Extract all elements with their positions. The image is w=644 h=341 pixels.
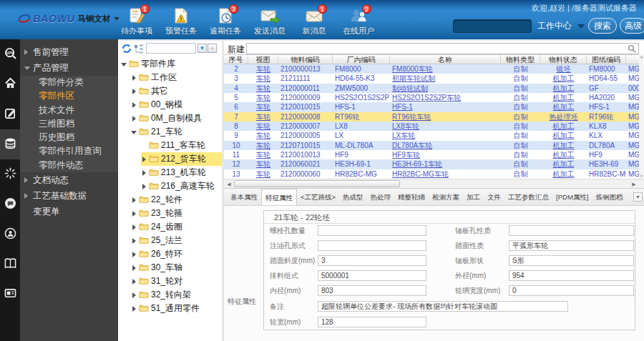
tree-node-21_车轮[interactable]: 21_车轮 bbox=[118, 125, 222, 139]
tree-expander-icon[interactable] bbox=[131, 207, 138, 220]
field-input-轮辋宽度(mm)[interactable]: 0 bbox=[509, 285, 634, 296]
tree-add-button[interactable]: + bbox=[208, 44, 217, 53]
tab-特征属性[interactable]: 特征属性 bbox=[261, 189, 297, 205]
warning-task-button[interactable]: 预警任务 bbox=[159, 6, 203, 36]
cell-视图[interactable]: 车轮 bbox=[248, 64, 278, 74]
rail-sipm-button[interactable]: SIPM bbox=[0, 39, 20, 69]
rail-database-button[interactable] bbox=[0, 129, 20, 159]
cell-名称[interactable]: HE3H-69-1车轮 bbox=[390, 159, 501, 169]
menu-item-零部件区[interactable]: 零部件区 bbox=[20, 89, 118, 103]
refresh-icon[interactable] bbox=[122, 44, 132, 54]
cell-名称[interactable]: LX车轮 bbox=[390, 131, 501, 140]
table-row[interactable]: 10车轮2120710015ML-DL780ADL780A车轮自制机加工DL78… bbox=[224, 141, 639, 150]
table-row[interactable]: 8车轮2120000007LX8LX8车轮自制机加工KLX8MG-LX bbox=[224, 122, 639, 131]
tree-expander-icon[interactable] bbox=[141, 152, 148, 166]
send-message-button[interactable]: 发送消息 bbox=[248, 6, 292, 36]
cell-物料状态[interactable]: 机加工 bbox=[540, 74, 587, 83]
tree-search-go-button[interactable]: ▼ bbox=[197, 44, 207, 53]
menu-group-工艺基础数据[interactable]: 工艺基础数据 bbox=[20, 188, 118, 204]
column-header-图纸编码[interactable]: 图纸编码 bbox=[587, 55, 626, 64]
menu-group-变更单[interactable]: 变更单 bbox=[20, 204, 118, 219]
column-header-物料编码[interactable]: 物料编码 bbox=[278, 55, 333, 64]
menu-group-文档动态[interactable]: 文档动态 bbox=[20, 172, 118, 188]
field-input-辐板形状[interactable]: S形 bbox=[509, 255, 634, 266]
rail-edit-button[interactable] bbox=[0, 99, 20, 129]
cell-视图[interactable]: 车轮 bbox=[248, 131, 278, 140]
tree-expander-icon[interactable] bbox=[131, 261, 138, 275]
cell-物料状态[interactable]: 机加工 bbox=[540, 102, 587, 112]
tree-node-其它[interactable]: 其它 bbox=[118, 84, 222, 98]
column-header-图号[interactable]: 图号 bbox=[626, 55, 639, 64]
tab-加工[interactable]: 加工 bbox=[463, 189, 484, 205]
cell-物料状态[interactable]: 热处理坯 bbox=[540, 112, 587, 122]
rail-book-button[interactable] bbox=[0, 249, 20, 280]
rail-monitor-button[interactable] bbox=[0, 280, 20, 310]
tree-expander-icon[interactable] bbox=[131, 112, 138, 125]
search-button[interactable]: 搜索 bbox=[588, 18, 617, 34]
cell-视图[interactable]: 车轮 bbox=[248, 169, 278, 179]
cell-名称[interactable]: LX8车轮 bbox=[390, 122, 501, 131]
cell-名称[interactable]: HF9车轮 bbox=[390, 150, 501, 159]
tab-<工艺路线>[interactable]: <工艺路线> bbox=[297, 189, 339, 205]
table-row[interactable]: 3车轮21211111HD64-55-K3初期车轮试制自制机加工HD64-55M… bbox=[224, 74, 639, 83]
more-tabs-button[interactable]: ▾ bbox=[633, 192, 643, 202]
scroll-right-icon[interactable]: ▶ bbox=[630, 180, 638, 188]
overdue-task-button[interactable]: 3逾期任务 bbox=[203, 6, 248, 36]
tab-热成型[interactable]: 热成型 bbox=[339, 189, 367, 205]
tree-node-212_货车轮[interactable]: 212_货车轮 bbox=[118, 152, 222, 166]
cell-视图[interactable]: 车轮 bbox=[248, 74, 278, 83]
tree-node-工作区[interactable]: 工作区 bbox=[118, 71, 222, 84]
column-header-名称[interactable]: 名称 bbox=[390, 55, 501, 64]
table-row[interactable]: 12车轮2120060021HE3H-69-1HE3H-69-1车轮自制机加工H… bbox=[224, 159, 639, 169]
cell-名称[interactable]: HR82BC-MG车轮 bbox=[390, 169, 501, 179]
cell-视图[interactable]: 车轮 bbox=[248, 93, 278, 102]
tab-基本属性[interactable]: 基本属性 bbox=[227, 189, 261, 205]
cell-视图[interactable]: 车轮 bbox=[248, 159, 278, 169]
tab-[PDM属性][interactable]: [PDM属性] bbox=[552, 189, 592, 205]
search-icon[interactable] bbox=[628, 44, 636, 53]
cell-名称[interactable]: FM8000车轮 bbox=[390, 64, 501, 74]
column-header-厂内编码[interactable]: 厂内编码 bbox=[333, 55, 390, 64]
field-input-踏面斜度(mm)[interactable]: 3 bbox=[318, 255, 426, 266]
rail-chat-button[interactable] bbox=[0, 189, 20, 219]
tree-expander-icon[interactable] bbox=[131, 234, 138, 247]
tab-文件[interactable]: 文件 bbox=[484, 189, 504, 205]
online-users-button[interactable]: 2在线用户 bbox=[336, 6, 381, 36]
tree-expander-icon[interactable] bbox=[131, 84, 138, 98]
cell-视图[interactable]: 车轮 bbox=[248, 112, 278, 122]
tree-expander-icon[interactable] bbox=[131, 125, 138, 139]
cell-名称[interactable]: HS2S2O1S2S2P车轮 bbox=[390, 93, 501, 102]
tab-炼钢图档[interactable]: 炼钢图档 bbox=[592, 189, 627, 205]
todo-button[interactable]: 1待办事项 bbox=[114, 6, 159, 36]
cell-名称[interactable]: HFS-1 bbox=[390, 102, 501, 112]
hscroll-thumb[interactable] bbox=[234, 180, 400, 187]
tree-expander-icon[interactable] bbox=[131, 220, 138, 234]
tree-node-23_轮箍[interactable]: 23_轮箍 bbox=[118, 207, 222, 220]
tree-expander-icon[interactable] bbox=[131, 247, 138, 261]
tree-node-24_齿圈[interactable]: 24_齿圈 bbox=[118, 220, 222, 234]
cell-视图[interactable]: 车轮 bbox=[248, 150, 278, 159]
tab-检测方案[interactable]: 检测方案 bbox=[429, 189, 463, 205]
tree-node-51_通用零件[interactable]: 51_通用零件 bbox=[118, 302, 222, 315]
table-row[interactable]: 4车轮2120000011ZMW5000制动轮试制自制机加工GF0000 bbox=[224, 84, 639, 93]
rail-support-button[interactable] bbox=[0, 219, 20, 249]
scroll-left-icon[interactable]: ◀ bbox=[225, 180, 233, 188]
field-input-外径(mm)[interactable]: 954 bbox=[509, 270, 634, 281]
cell-物料状态[interactable]: 锻坯 bbox=[540, 64, 587, 74]
tab-精整轮辋[interactable]: 精整轮辋 bbox=[394, 189, 429, 205]
rail-home-button[interactable] bbox=[0, 69, 20, 99]
menu-item-零部件引用查询[interactable]: 零部件引用查询 bbox=[20, 144, 118, 158]
cell-物料状态[interactable]: 机加工 bbox=[540, 159, 587, 169]
scroll-down-icon[interactable]: ▼ bbox=[640, 174, 643, 178]
tree-node-零部件库[interactable]: 零部件库 bbox=[118, 57, 222, 71]
tree-node-00_钢模[interactable]: 00_钢模 bbox=[118, 98, 222, 112]
tree-node-216_高速车轮[interactable]: 216_高速车轮 bbox=[118, 179, 222, 193]
column-header-物料状态[interactable]: 物料状态 bbox=[540, 55, 587, 64]
cell-物料状态[interactable]: 机加工 bbox=[540, 169, 587, 179]
column-header-序号[interactable]: 序号 bbox=[224, 55, 248, 64]
cell-视图[interactable]: 车轮 bbox=[248, 102, 278, 112]
field-input-辐板孔性质[interactable] bbox=[509, 225, 634, 236]
menu-item-技术文件[interactable]: 技术文件 bbox=[20, 104, 118, 117]
tree-node-213_机车轮[interactable]: 213_机车轮 bbox=[118, 166, 222, 179]
workcenter-select[interactable]: 工作中心 bbox=[537, 19, 586, 34]
